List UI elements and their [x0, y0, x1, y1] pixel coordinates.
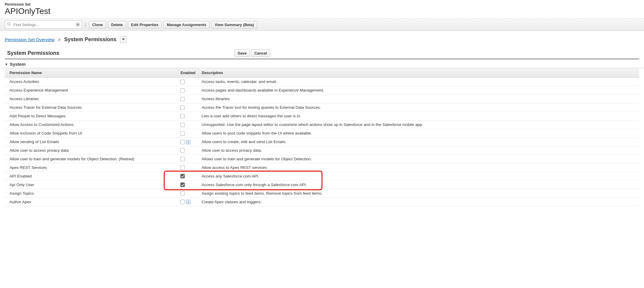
breadcrumb-dropdown-button[interactable] — [120, 36, 127, 43]
permission-description: Lets a user add others to direct message… — [199, 112, 639, 120]
permission-name: Allow user to train and generate models … — [5, 155, 177, 163]
permission-description: Allow access to Apex REST services — [199, 163, 639, 172]
permission-name: Api Only User — [5, 180, 177, 189]
search-icon — [7, 22, 11, 27]
page-title: APIOnlyTest — [5, 7, 639, 16]
table-row: Allow user to access privacy dataAllow u… — [5, 146, 639, 155]
permission-name: Allow user to access privacy data — [5, 146, 177, 155]
view-summary-button[interactable]: View Summary (Beta) — [211, 21, 257, 28]
manage-assignments-button[interactable]: Manage Assignments — [163, 21, 209, 28]
permission-enabled-cell: i — [177, 137, 199, 146]
permission-enabled-cell — [177, 146, 199, 155]
group-label: System — [10, 62, 26, 67]
page-type-label: Permission Set — [5, 2, 639, 7]
column-header-enabled: Enabled — [177, 68, 199, 78]
permissions-table-wrap: Permission Name Enabled Description Acce… — [0, 68, 644, 206]
section-actions: Save Cancel — [234, 49, 270, 57]
table-row: Allow sending of List EmailsiAllow users… — [5, 137, 639, 146]
permission-checkbox[interactable] — [180, 174, 185, 178]
table-row: Add People to Direct MessagesLets a user… — [5, 112, 639, 120]
breadcrumb: Permission Set Overview > System Permiss… — [0, 31, 644, 47]
permission-enabled-cell — [177, 112, 199, 120]
permission-name: Allow Inclusion of Code Snippets from UI — [5, 129, 177, 137]
permission-enabled-cell — [177, 163, 199, 172]
permission-name: Add People to Direct Messages — [5, 112, 177, 120]
permission-checkbox[interactable] — [180, 191, 185, 196]
table-row: Allow Inclusion of Code Snippets from UI… — [5, 129, 639, 137]
permission-enabled-cell — [177, 86, 199, 95]
search-wrap: ✕ — [5, 20, 82, 29]
toolbar-separator: | — [85, 22, 86, 27]
permission-description: Access libraries. — [199, 95, 639, 103]
permission-description: Allow users to create, edit and send Lis… — [199, 137, 639, 146]
table-row: Access Tracer for External Data SourcesA… — [5, 103, 639, 112]
delete-button[interactable]: Delete — [108, 21, 126, 28]
permission-checkbox[interactable] — [180, 200, 185, 204]
table-row: Apex REST ServicesAllow access to Apex R… — [5, 163, 639, 172]
table-row: API EnabledAccess any Salesforce.com API… — [5, 172, 639, 180]
permission-checkbox[interactable] — [180, 80, 185, 84]
permission-checkbox[interactable] — [180, 148, 185, 153]
permission-checkbox[interactable] — [180, 114, 185, 119]
clear-search-icon[interactable]: ✕ — [75, 22, 80, 27]
section-title: System Permissions — [7, 50, 59, 56]
toolbar: ✕ | Clone Delete Edit Properties Manage … — [0, 18, 644, 31]
table-row: Assign TopicsAssign existing topics to f… — [5, 189, 639, 198]
permission-checkbox[interactable] — [180, 123, 185, 127]
breadcrumb-overview-link[interactable]: Permission Set Overview — [5, 37, 55, 42]
cancel-button[interactable]: Cancel — [251, 49, 270, 57]
permission-description: Access any Salesforce.com API. — [199, 172, 639, 180]
clone-button[interactable]: Clone — [89, 21, 106, 28]
permissions-table: Permission Name Enabled Description Acce… — [5, 68, 639, 206]
permission-enabled-cell — [177, 155, 199, 163]
permission-name: Apex REST Services — [5, 163, 177, 172]
permission-description: Create Apex classes and triggers. — [199, 198, 639, 206]
permission-description: Allows user to train and generate models… — [199, 155, 639, 163]
save-button[interactable]: Save — [234, 49, 250, 57]
permission-checkbox[interactable] — [180, 88, 185, 93]
permission-checkbox[interactable] — [180, 97, 185, 101]
permission-checkbox[interactable] — [180, 165, 185, 170]
column-header-description: Description — [199, 68, 639, 78]
permission-description: Unsupported. Use the page layout editor … — [199, 120, 639, 129]
permission-checkbox[interactable] — [180, 140, 185, 144]
table-row: Access Experience ManagementAccess pages… — [5, 86, 639, 95]
chevron-down-icon — [122, 37, 125, 42]
edit-properties-button[interactable]: Edit Properties — [128, 21, 162, 28]
search-input[interactable] — [5, 20, 82, 29]
permission-checkbox[interactable] — [180, 105, 185, 110]
permission-name: Access Libraries — [5, 95, 177, 103]
permission-enabled-cell — [177, 103, 199, 112]
permission-enabled-cell — [177, 95, 199, 103]
permission-name: Allow sending of List Emails — [5, 137, 177, 146]
permission-enabled-cell — [177, 120, 199, 129]
permission-name: Access Activities — [5, 78, 177, 86]
permission-name: Access Tracer for External Data Sources — [5, 103, 177, 112]
collapse-icon: ▼ — [5, 63, 8, 66]
permission-description: Assign existing topics to feed items. Re… — [199, 189, 639, 198]
permission-description: Access Salesforce.com only through a Sal… — [199, 180, 639, 189]
table-row: Access LibrariesAccess libraries. — [5, 95, 639, 103]
info-icon[interactable]: i — [186, 140, 190, 144]
svg-marker-2 — [122, 39, 125, 40]
column-header-name: Permission Name — [5, 68, 177, 78]
section-header: System Permissions Save Cancel — [0, 47, 644, 59]
breadcrumb-separator: > — [58, 37, 61, 42]
permission-description: Allow users to post code snippets from t… — [199, 129, 639, 137]
permission-checkbox[interactable] — [180, 157, 185, 161]
table-row: Author ApexiCreate Apex classes and trig… — [5, 198, 639, 206]
table-row: Access ActivitiesAccess tasks, events, c… — [5, 78, 639, 86]
permission-description: Access pages and dashboards available in… — [199, 86, 639, 95]
permission-description: Access tasks, events, calendar, and emai… — [199, 78, 639, 86]
group-header-system[interactable]: ▼ System — [0, 60, 644, 68]
permission-enabled-cell — [177, 172, 199, 180]
info-icon[interactable]: i — [186, 200, 190, 204]
permission-name: Access Experience Management — [5, 86, 177, 95]
permission-enabled-cell — [177, 189, 199, 198]
permission-checkbox[interactable] — [180, 131, 185, 136]
permission-name: API Enabled — [5, 172, 177, 180]
permission-enabled-cell — [177, 78, 199, 86]
permission-name: Assign Topics — [5, 189, 177, 198]
permission-description: Allow user to access privacy data. — [199, 146, 639, 155]
permission-checkbox[interactable] — [180, 183, 185, 187]
